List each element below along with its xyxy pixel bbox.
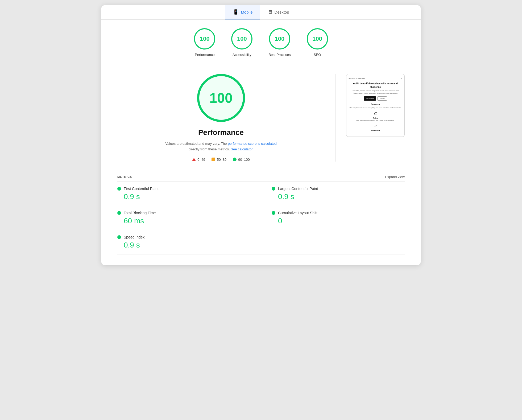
screenshot-heading: Build beautiful websites with Astro and … bbox=[349, 82, 402, 89]
tab-desktop-label: Desktop bbox=[275, 10, 289, 14]
metric-value-tbt: 60 ms bbox=[117, 217, 250, 225]
metric-name-row-lcp: Largest Contentful Paint bbox=[272, 187, 405, 191]
metric-dot-cls bbox=[272, 211, 275, 215]
astro-icon-desc: Fast, modern web framework with a focus … bbox=[356, 120, 394, 122]
metric-name-row-si: Speed Index bbox=[117, 235, 250, 239]
metric-cell-si: Speed Index 0.9 s bbox=[117, 230, 261, 254]
astro-icon-title: Astro bbox=[373, 117, 378, 120]
metric-value-cls: 0 bbox=[272, 217, 405, 225]
score-item-performance: 100 Performance bbox=[194, 28, 215, 57]
github-btn: GitHub bbox=[377, 96, 387, 101]
legend: 0–49 50–89 90–100 bbox=[192, 158, 250, 162]
see-calculator-link[interactable]: See calculator bbox=[231, 147, 252, 151]
shadcn-icon-title: shadcn/ui bbox=[371, 129, 380, 132]
vertical-divider bbox=[335, 74, 335, 162]
legend-green: 90–100 bbox=[233, 158, 250, 162]
screenshot-shadcn-section: ↗ shadcn/ui bbox=[349, 123, 402, 132]
metric-dot-fcp bbox=[117, 187, 121, 191]
left-panel: 100 Performance Values are estimated and… bbox=[117, 74, 325, 162]
right-panel: Astro + shadcn/ui × Build beautiful webs… bbox=[346, 74, 405, 137]
metric-dot-tbt bbox=[117, 211, 121, 215]
score-circle-seo: 100 bbox=[307, 28, 328, 50]
performance-score-link[interactable]: performance score is calculated bbox=[228, 142, 277, 146]
main-content: 100 Performance Values are estimated and… bbox=[101, 63, 421, 172]
score-item-seo: 100 SEO bbox=[307, 28, 328, 57]
tab-mobile[interactable]: 📱 Mobile bbox=[225, 5, 260, 19]
screenshot-features-desc: This template comes with everything you … bbox=[349, 107, 402, 109]
score-circle-performance: 100 bbox=[194, 28, 215, 50]
description: Values are estimated and may vary. The p… bbox=[165, 141, 277, 152]
desktop-icon: 🖥 bbox=[268, 9, 272, 15]
metric-name-cls: Cumulative Layout Shift bbox=[278, 211, 317, 215]
screenshot-features-title: Features bbox=[349, 103, 402, 106]
metric-name-si: Speed Index bbox=[124, 235, 145, 239]
expand-view-button[interactable]: Expand view bbox=[385, 175, 405, 179]
screenshot-content: Build beautiful websites with Astro and … bbox=[349, 82, 402, 132]
metrics-header: METRICS Expand view bbox=[117, 172, 405, 182]
legend-red: 0–49 bbox=[192, 158, 205, 162]
metrics-label: METRICS bbox=[117, 175, 132, 178]
score-item-accessibility: 100 Accessibility bbox=[231, 28, 252, 57]
score-section: 100 Performance 100 Accessibility 100 Be… bbox=[101, 20, 421, 63]
section-title: Performance bbox=[198, 128, 244, 137]
score-circle-accessibility: 100 bbox=[231, 28, 252, 50]
screenshot-desc: A beautiful, modern website template bui… bbox=[349, 90, 402, 94]
metric-name-fcp: First Contentful Paint bbox=[124, 187, 159, 191]
metric-cell-cls: Cumulative Layout Shift 0 bbox=[261, 206, 405, 230]
tabs-bar: 📱 Mobile 🖥 Desktop bbox=[101, 5, 421, 20]
screenshot-tab-title: Astro + shadcn/ui bbox=[349, 77, 365, 80]
metric-value-si: 0.9 s bbox=[117, 241, 250, 249]
metric-cell-fcp: First Contentful Paint 0.9 s bbox=[117, 182, 261, 206]
metric-name-row-tbt: Total Blocking Time bbox=[117, 211, 250, 215]
score-circle-best-practices: 100 bbox=[269, 28, 290, 50]
shadcn-icon: ↗ bbox=[374, 123, 377, 129]
main-container: 📱 Mobile 🖥 Desktop 100 Performance 100 A… bbox=[101, 5, 421, 265]
tab-desktop[interactable]: 🖥 Desktop bbox=[260, 6, 297, 19]
metric-value-fcp: 0.9 s bbox=[117, 192, 250, 201]
big-score-circle: 100 bbox=[197, 74, 245, 122]
metric-cell-lcp: Largest Contentful Paint 0.9 s bbox=[261, 182, 405, 206]
score-label-best-practices: Best Practices bbox=[268, 53, 291, 57]
red-triangle-icon bbox=[192, 158, 196, 161]
orange-square-icon bbox=[212, 158, 215, 161]
metric-value-lcp: 0.9 s bbox=[272, 192, 405, 201]
screenshot-close-icon: × bbox=[401, 77, 402, 80]
metric-name-row-fcp: First Contentful Paint bbox=[117, 187, 250, 191]
score-label-accessibility: Accessibility bbox=[233, 53, 251, 57]
score-label-performance: Performance bbox=[195, 53, 214, 57]
metrics-grid: First Contentful Paint 0.9 s Largest Con… bbox=[117, 182, 405, 254]
metric-cell-empty bbox=[261, 230, 405, 254]
tab-mobile-label: Mobile bbox=[241, 10, 252, 14]
screenshot-frame: Astro + shadcn/ui × Build beautiful webs… bbox=[346, 74, 405, 137]
metric-cell-tbt: Total Blocking Time 60 ms bbox=[117, 206, 261, 230]
astro-icon: 🏷 bbox=[374, 111, 377, 116]
screenshot-buttons: Get Started GitHub bbox=[349, 96, 402, 101]
get-started-btn: Get Started bbox=[364, 96, 376, 101]
metric-dot-lcp bbox=[272, 187, 275, 191]
metric-name-lcp: Largest Contentful Paint bbox=[278, 187, 318, 191]
mobile-icon: 📱 bbox=[233, 9, 239, 15]
green-circle-icon bbox=[233, 158, 237, 161]
screenshot-astro-section: 🏷 Astro Fast, modern web framework with … bbox=[349, 111, 402, 122]
score-item-best-practices: 100 Best Practices bbox=[268, 28, 291, 57]
metric-name-row-cls: Cumulative Layout Shift bbox=[272, 211, 405, 215]
score-label-seo: SEO bbox=[314, 53, 321, 57]
screenshot-header: Astro + shadcn/ui × bbox=[349, 77, 402, 80]
metric-dot-si bbox=[117, 235, 121, 239]
legend-orange: 50–89 bbox=[212, 158, 226, 162]
metrics-section: METRICS Expand view First Contentful Pai… bbox=[101, 172, 421, 265]
metric-name-tbt: Total Blocking Time bbox=[124, 211, 156, 215]
